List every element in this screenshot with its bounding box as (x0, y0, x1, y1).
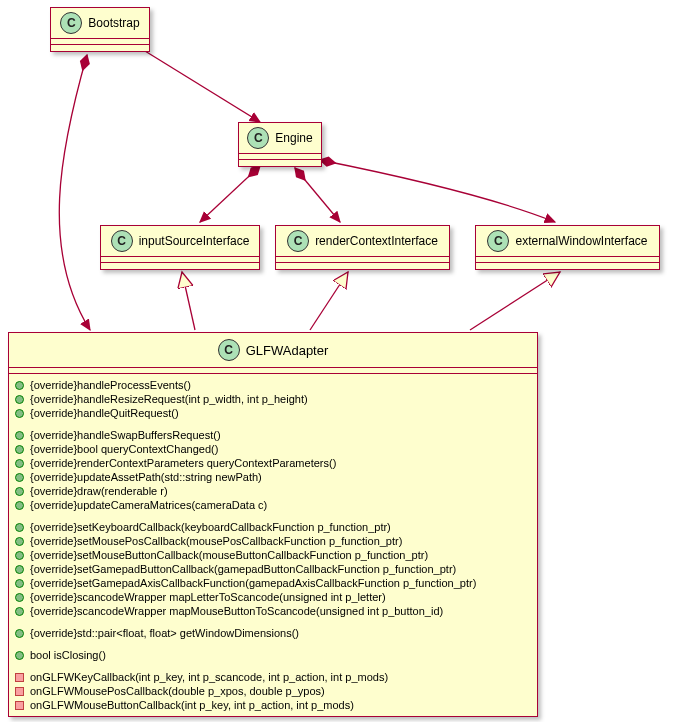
visibility-private-icon (15, 687, 24, 696)
visibility-public-icon (15, 381, 24, 390)
class-external-window: C externalWindowInterface (475, 225, 660, 270)
member-signature: {override}setMouseButtonCallback(mouseBu… (30, 548, 428, 562)
member-row: {override}scancodeWrapper mapLetterToSca… (15, 590, 531, 604)
member-row: {override}renderContextParameters queryC… (15, 456, 531, 470)
member-signature: {override}draw(renderable r) (30, 484, 168, 498)
visibility-public-icon (15, 523, 24, 532)
class-name: renderContextInterface (315, 234, 438, 248)
group-spacer (15, 662, 531, 670)
class-header: C externalWindowInterface (476, 226, 659, 257)
member-row: {override}updateAssetPath(std::string ne… (15, 470, 531, 484)
class-icon: C (487, 230, 509, 252)
member-row: onGLFWKeyCallback(int p_key, int p_scanc… (15, 670, 531, 684)
member-row: onGLFWMousePosCallback(double p_xpos, do… (15, 684, 531, 698)
class-name: externalWindowInterface (515, 234, 647, 248)
visibility-public-icon (15, 487, 24, 496)
class-icon: C (111, 230, 133, 252)
class-render-context: C renderContextInterface (275, 225, 450, 270)
member-row: {override}setGamepadButtonCallback(gamep… (15, 562, 531, 576)
member-row: {override}handleSwapBuffersRequest() (15, 428, 531, 442)
member-signature: {override}updateCameraMatrices(cameraDat… (30, 498, 267, 512)
member-row: {override}setGamepadAxisCallbackFunction… (15, 576, 531, 590)
member-signature: {override}setKeyboardCallback(keyboardCa… (30, 520, 391, 534)
visibility-public-icon (15, 551, 24, 560)
member-row: {override}draw(renderable r) (15, 484, 531, 498)
member-signature: {override}setGamepadButtonCallback(gamep… (30, 562, 456, 576)
group-spacer (15, 640, 531, 648)
op-compartment: {override}handleProcessEvents(){override… (9, 374, 537, 716)
class-glfw-adapter: C GLFWAdapter {override}handleProcessEve… (8, 332, 538, 717)
visibility-private-icon (15, 701, 24, 710)
class-header: C Bootstrap (51, 8, 149, 39)
member-row: {override}setMouseButtonCallback(mouseBu… (15, 548, 531, 562)
visibility-public-icon (15, 445, 24, 454)
member-row: {override}updateCameraMatrices(cameraDat… (15, 498, 531, 512)
class-input-source: C inputSourceInterface (100, 225, 260, 270)
member-signature: {override}scancodeWrapper mapMouseButton… (30, 604, 443, 618)
class-name: Engine (275, 131, 312, 145)
member-row: onGLFWMouseButtonCallback(int p_key, int… (15, 698, 531, 712)
member-signature: {override}handleResizeRequest(int p_widt… (30, 392, 308, 406)
member-signature: {override}setMousePosCallback(mousePosCa… (30, 534, 402, 548)
member-signature: {override}handleQuitRequest() (30, 406, 179, 420)
class-icon: C (287, 230, 309, 252)
member-signature: {override}handleSwapBuffersRequest() (30, 428, 221, 442)
member-row: {override}handleQuitRequest() (15, 406, 531, 420)
visibility-public-icon (15, 579, 24, 588)
member-signature: {override}renderContextParameters queryC… (30, 456, 336, 470)
visibility-public-icon (15, 593, 24, 602)
member-signature: {override}handleProcessEvents() (30, 378, 191, 392)
member-row: {override}handleProcessEvents() (15, 378, 531, 392)
member-row: {override}handleResizeRequest(int p_widt… (15, 392, 531, 406)
visibility-public-icon (15, 537, 24, 546)
op-compartment (51, 45, 149, 51)
visibility-public-icon (15, 629, 24, 638)
op-compartment (276, 263, 449, 269)
op-compartment (101, 263, 259, 269)
class-header: C inputSourceInterface (101, 226, 259, 257)
member-signature: {override}setGamepadAxisCallbackFunction… (30, 576, 476, 590)
class-bootstrap: C Bootstrap (50, 7, 150, 52)
class-icon: C (218, 339, 240, 361)
visibility-public-icon (15, 459, 24, 468)
visibility-public-icon (15, 501, 24, 510)
class-name: GLFWAdapter (246, 343, 329, 358)
member-row: {override}scancodeWrapper mapMouseButton… (15, 604, 531, 618)
member-signature: onGLFWMousePosCallback(double p_xpos, do… (30, 684, 325, 698)
visibility-public-icon (15, 651, 24, 660)
group-spacer (15, 618, 531, 626)
visibility-public-icon (15, 409, 24, 418)
visibility-public-icon (15, 607, 24, 616)
member-signature: onGLFWKeyCallback(int p_key, int p_scanc… (30, 670, 388, 684)
class-header: C renderContextInterface (276, 226, 449, 257)
op-compartment (476, 263, 659, 269)
member-signature: {override}bool queryContextChanged() (30, 442, 218, 456)
member-row: {override}bool queryContextChanged() (15, 442, 531, 456)
class-engine: C Engine (238, 122, 322, 167)
member-signature: bool isClosing() (30, 648, 106, 662)
member-row: {override}setMousePosCallback(mousePosCa… (15, 534, 531, 548)
class-header: C Engine (239, 123, 321, 154)
class-header: C GLFWAdapter (9, 333, 537, 368)
member-signature: onGLFWMouseButtonCallback(int p_key, int… (30, 698, 354, 712)
visibility-private-icon (15, 673, 24, 682)
class-icon: C (247, 127, 269, 149)
op-compartment (239, 160, 321, 166)
group-spacer (15, 420, 531, 428)
visibility-public-icon (15, 473, 24, 482)
member-signature: {override}std::pair<float, float> getWin… (30, 626, 299, 640)
class-icon: C (60, 12, 82, 34)
visibility-public-icon (15, 565, 24, 574)
member-row: {override}std::pair<float, float> getWin… (15, 626, 531, 640)
visibility-public-icon (15, 395, 24, 404)
member-signature: {override}scancodeWrapper mapLetterToSca… (30, 590, 386, 604)
member-row: {override}setKeyboardCallback(keyboardCa… (15, 520, 531, 534)
visibility-public-icon (15, 431, 24, 440)
group-spacer (15, 512, 531, 520)
member-signature: {override}updateAssetPath(std::string ne… (30, 470, 262, 484)
class-name: inputSourceInterface (139, 234, 250, 248)
class-name: Bootstrap (88, 16, 139, 30)
member-row: bool isClosing() (15, 648, 531, 662)
